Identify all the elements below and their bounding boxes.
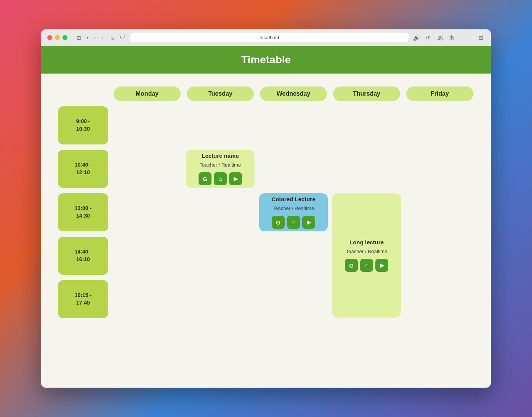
lecture-wednesday-slot3-teacher: Teacher / Realtime [273, 205, 314, 211]
forward-button[interactable]: › [100, 34, 105, 42]
empty-thu-1 [332, 106, 401, 144]
lecture-wednesday-slot3-icons: G ⌂ ▶ [272, 216, 315, 229]
google-meet-button-tue2[interactable]: G [199, 172, 212, 185]
empty-mon-2 [113, 150, 181, 188]
page-title: Timetable [49, 54, 483, 66]
lecture-wednesday-slot3[interactable]: Colored Lecture Teacher / Realtime G ⌂ ▶ [259, 193, 328, 231]
empty-tue-3 [186, 193, 255, 231]
video-button-thu[interactable]: ▶ [375, 259, 388, 272]
lecture-tuesday-slot2[interactable]: Lecture name Teacher / Realtime G ⌂ ▶ [186, 150, 255, 188]
day-header-monday: Monday [114, 87, 181, 101]
shield-icon-button[interactable]: 🛡 [119, 34, 127, 42]
empty-fri-3 [405, 193, 474, 231]
refresh-button[interactable]: ↺ [424, 34, 432, 42]
timetable-grid: Monday Tuesday Wednesday Thursday Friday… [56, 85, 476, 320]
lecture-thursday-long-name: Long lecture [349, 239, 384, 245]
app-header: Timetable [41, 46, 491, 74]
empty-thu-2 [332, 150, 401, 188]
day-header-thursday: Thursday [333, 87, 400, 101]
empty-wed-4 [259, 237, 328, 275]
browser-chrome: ⊡ ▾ ‹ › ⌂ 🛡 🔊 ↺ あ あ ↑ + ⊞ [41, 29, 491, 46]
new-tab-button[interactable]: + [468, 34, 474, 42]
home-button-thu[interactable]: ⌂ [360, 259, 373, 272]
empty-wed-1 [259, 106, 328, 144]
sidebar-toggle-button[interactable]: ⊡ [75, 34, 83, 42]
empty-mon-5 [113, 280, 181, 318]
back-button[interactable]: ‹ [93, 34, 98, 42]
time-slot-3: 13:00 -14:30 [58, 193, 108, 231]
time-slot-4: 14:40 -16:10 [58, 237, 108, 275]
time-slot-2: 10:40 -12:10 [58, 150, 108, 188]
traffic-lights [47, 35, 67, 40]
timetable-container: Monday Tuesday Wednesday Thursday Friday… [41, 74, 491, 331]
lecture-tuesday-slot2-name: Lecture name [202, 152, 239, 159]
home-button-wed3[interactable]: ⌂ [287, 216, 300, 229]
translate-ka-button[interactable]: あ [448, 34, 456, 42]
corner-spacer [56, 85, 110, 103]
empty-fri-5 [405, 280, 474, 318]
time-slot-5: 16:15 -17:45 [58, 280, 108, 318]
share-button[interactable]: ↑ [459, 34, 465, 42]
empty-tue-1 [186, 106, 255, 144]
sound-button[interactable]: 🔊 [412, 34, 421, 42]
empty-mon-1 [113, 106, 181, 144]
lecture-wednesday-slot3-name: Colored Lecture [271, 196, 315, 202]
video-button-wed3[interactable]: ▶ [302, 216, 315, 229]
day-header-wednesday: Wednesday [260, 87, 327, 101]
lecture-thursday-long[interactable]: Long lecture Teacher / Realtime G ⌂ ▶ [332, 193, 401, 318]
browser-actions: あ あ ↑ + ⊞ [436, 34, 485, 42]
browser-nav-controls: ⊡ ▾ ‹ › [75, 34, 104, 42]
empty-tue-5 [186, 280, 255, 318]
lecture-tuesday-slot2-teacher: Teacher / Realtime [200, 162, 241, 168]
browser-window: ⊡ ▾ ‹ › ⌂ 🛡 🔊 ↺ あ あ ↑ + ⊞ Timetable [41, 29, 491, 388]
empty-fri-4 [405, 237, 474, 275]
grid-button[interactable]: ⊞ [477, 34, 485, 42]
day-header-friday: Friday [406, 87, 473, 101]
day-header-tuesday: Tuesday [187, 87, 254, 101]
minimize-button[interactable] [55, 35, 60, 40]
google-meet-button-thu[interactable]: G [345, 259, 358, 272]
empty-mon-3 [113, 193, 181, 231]
home-button-tue2[interactable]: ⌂ [214, 172, 227, 185]
empty-mon-4 [113, 237, 181, 275]
empty-tue-4 [186, 237, 255, 275]
translate-a-button[interactable]: あ [436, 34, 445, 42]
home-icon-button[interactable]: ⌂ [109, 34, 115, 42]
empty-fri-2 [405, 150, 474, 188]
video-button-tue2[interactable]: ▶ [229, 172, 242, 185]
lecture-thursday-long-teacher: Teacher / Realtime [346, 249, 387, 254]
empty-fri-1 [405, 106, 474, 144]
empty-wed-5 [259, 280, 328, 318]
sidebar-chevron-button[interactable]: ▾ [85, 34, 90, 41]
url-bar-area: ⌂ 🛡 🔊 ↺ [109, 33, 431, 42]
url-input[interactable] [130, 33, 409, 42]
lecture-tuesday-slot2-icons: G ⌂ ▶ [199, 172, 242, 185]
lecture-thursday-long-icons: G ⌂ ▶ [345, 259, 388, 272]
close-button[interactable] [47, 35, 52, 40]
google-meet-button-wed3[interactable]: G [272, 216, 285, 229]
empty-wed-2 [259, 150, 328, 188]
maximize-button[interactable] [62, 35, 67, 40]
time-slot-1: 9:00 -10:30 [58, 106, 108, 144]
